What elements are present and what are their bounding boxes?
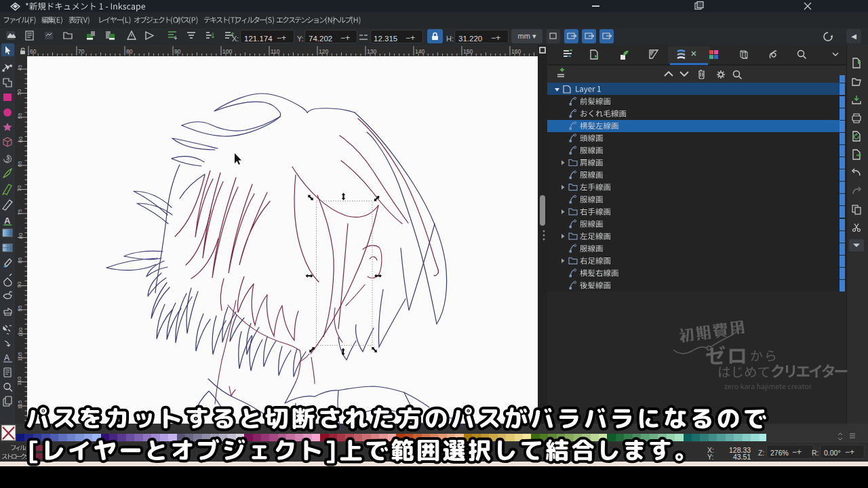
svg-text:50: 50 <box>16 89 22 95</box>
svg-text:70: 70 <box>78 48 85 55</box>
svg-text:75: 75 <box>17 209 23 215</box>
svg-text:60: 60 <box>30 48 37 55</box>
svg-text:90: 90 <box>174 48 181 55</box>
svg-text:80: 80 <box>18 232 24 239</box>
svg-text:105: 105 <box>17 352 23 361</box>
svg-text:65: 65 <box>17 161 23 167</box>
svg-text:70: 70 <box>16 185 22 191</box>
svg-text:A: A <box>4 216 11 226</box>
svg-text:120: 120 <box>319 48 328 55</box>
svg-text:130: 130 <box>367 48 376 55</box>
svg-text:55: 55 <box>17 113 23 119</box>
svg-text:90: 90 <box>16 281 22 287</box>
svg-text:95: 95 <box>17 305 23 311</box>
svg-text:85: 85 <box>17 257 23 263</box>
svg-text:100: 100 <box>18 327 24 337</box>
svg-text:A: A <box>4 353 9 363</box>
svg-text:45: 45 <box>17 64 23 70</box>
svg-text:100: 100 <box>222 48 232 55</box>
svg-text:140: 140 <box>415 48 425 55</box>
svg-text:80: 80 <box>126 48 133 55</box>
svg-text:60: 60 <box>18 136 24 142</box>
svg-text:110: 110 <box>271 48 280 55</box>
svg-text:110: 110 <box>16 376 22 385</box>
svg-text:115: 115 <box>17 400 23 409</box>
svg-text:150: 150 <box>463 48 473 55</box>
svg-text:160: 160 <box>511 48 521 55</box>
